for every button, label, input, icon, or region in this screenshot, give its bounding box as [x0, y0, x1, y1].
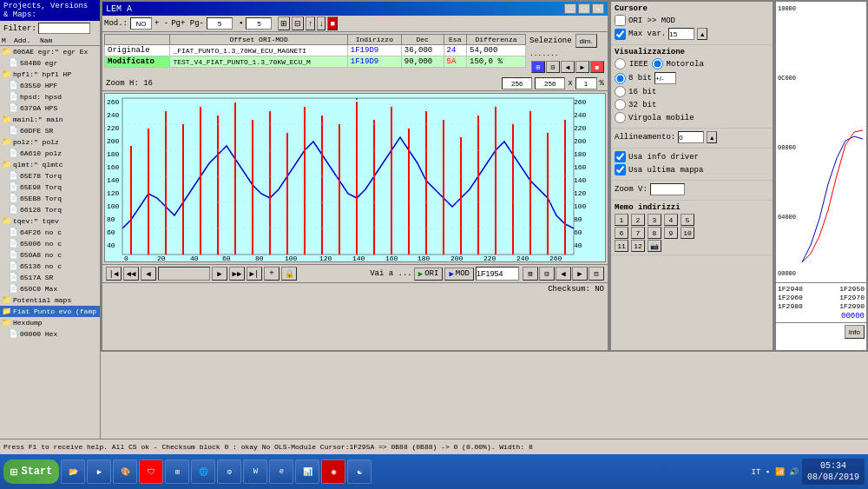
- memo-btn-12[interactable]: 12: [631, 240, 645, 252]
- scroll-thumb[interactable]: [158, 267, 210, 281]
- tb-icon-3[interactable]: ↑: [306, 17, 315, 30]
- list-item[interactable]: 📁polz:" polz: [0, 136, 100, 148]
- memo-btn-7[interactable]: 7: [631, 227, 645, 239]
- dim-button[interactable]: dim.: [575, 34, 597, 48]
- list-item[interactable]: 📄66128 Torq: [0, 204, 100, 215]
- list-item[interactable]: 📁hpfl:" hpfl HP: [0, 69, 100, 80]
- virgola-radio[interactable]: [615, 112, 626, 123]
- memo-btn-8[interactable]: 8: [648, 227, 661, 239]
- bit16-radio[interactable]: [615, 86, 626, 97]
- max-var-input[interactable]: [668, 28, 694, 40]
- zoom-v-input[interactable]: [650, 183, 685, 195]
- ieee-radio[interactable]: [615, 58, 626, 69]
- taskbar-btn-app11[interactable]: ◉: [321, 459, 345, 484]
- memo-btn-11[interactable]: 11: [615, 240, 628, 252]
- tb-icon-5[interactable]: ■: [327, 17, 337, 30]
- list-item[interactable]: 📁Potential maps: [0, 294, 100, 306]
- list-item[interactable]: 📄650A8 no c: [0, 249, 100, 261]
- list-item[interactable]: 📄650C0 Max: [0, 283, 100, 294]
- bit8-radio[interactable]: [615, 73, 626, 84]
- memo-btn-5[interactable]: 5: [681, 214, 694, 226]
- taskbar-btn-antivirus[interactable]: 🛡: [139, 459, 163, 484]
- list-item[interactable]: 📁606AE egr:" egr Ex: [0, 46, 100, 57]
- filter-input[interactable]: [38, 23, 90, 34]
- maximize-button[interactable]: □: [578, 3, 590, 14]
- list-item[interactable]: 📄65136 no c: [0, 261, 100, 272]
- list-item[interactable]: 📄hpsd: hpsd: [0, 91, 100, 102]
- motorola-radio[interactable]: [652, 58, 663, 69]
- memo-btn-6[interactable]: 6: [615, 227, 628, 239]
- grid-icon-5[interactable]: ■: [590, 61, 604, 73]
- list-item[interactable]: 📄63550 HPF: [0, 80, 100, 91]
- align-up[interactable]: ▲: [707, 131, 717, 143]
- taskbar-btn-media[interactable]: ▶: [87, 459, 111, 484]
- memo-btn-3[interactable]: 3: [648, 214, 661, 226]
- taskbar-btn-folder[interactable]: 📂: [61, 459, 85, 484]
- zoom-value[interactable]: [575, 77, 597, 89]
- start-button[interactable]: ⊞ Start: [3, 459, 59, 484]
- taskbar-btn-word[interactable]: W: [243, 459, 267, 484]
- list-item[interactable]: 📄60DFE SR: [0, 125, 100, 136]
- close-button[interactable]: ×: [592, 3, 604, 14]
- nav-add[interactable]: +: [264, 267, 279, 281]
- pg-input[interactable]: [207, 17, 233, 30]
- tb-icon-1[interactable]: ⊞: [278, 17, 290, 30]
- list-item[interactable]: 📄64F26 no c: [0, 227, 100, 238]
- taskbar-btn-ie[interactable]: e: [269, 459, 293, 484]
- taskbar-btn-chrome[interactable]: 🌐: [191, 459, 215, 484]
- list-item[interactable]: 📄65E98 Torq: [0, 182, 100, 193]
- list-item[interactable]: 📄584B0 egr: [0, 57, 100, 69]
- address-input[interactable]: [476, 267, 519, 281]
- info-btn[interactable]: Info: [845, 325, 865, 339]
- list-item[interactable]: 📄6379A HPS: [0, 102, 100, 114]
- taskbar-btn-app12[interactable]: ☯: [347, 459, 372, 484]
- grid-icon-1[interactable]: ⊞: [531, 61, 545, 73]
- memo-btn-cam[interactable]: 📷: [648, 240, 661, 252]
- ori-mod-checkbox[interactable]: [615, 15, 626, 26]
- list-item[interactable]: 📁mainl:" main: [0, 114, 100, 125]
- chart-container[interactable]: 260 240 220 200 180 160 140 120 100 80 6…: [104, 93, 606, 262]
- mod-input[interactable]: [130, 17, 152, 30]
- nb4[interactable]: ▶: [572, 267, 588, 281]
- memo-btn-1[interactable]: 1: [615, 214, 628, 226]
- list-item[interactable]: 📄00000 Hex: [0, 328, 100, 340]
- list-item[interactable]: 📁tqev:" tqev: [0, 215, 100, 227]
- nb3[interactable]: ◀: [556, 267, 571, 281]
- max-var-checkbox[interactable]: [615, 29, 626, 40]
- bit32-radio[interactable]: [615, 99, 626, 110]
- grid-icon-3[interactable]: ◀: [561, 61, 575, 73]
- taskbar-btn-app10[interactable]: 📊: [295, 459, 319, 484]
- nav-prev-page[interactable]: ◀◀: [123, 267, 139, 281]
- list-item[interactable]: 📄65006 no c: [0, 238, 100, 249]
- usa-ultima-checkbox[interactable]: [615, 164, 626, 175]
- taskbar-btn-paint[interactable]: 🎨: [113, 459, 137, 484]
- memo-btn-4[interactable]: 4: [664, 214, 678, 226]
- list-item[interactable]: 📄6A610 polz: [0, 148, 100, 159]
- list-item[interactable]: 📄65E78 Torq: [0, 170, 100, 182]
- grid-icon-4[interactable]: ▶: [575, 61, 589, 73]
- list-item[interactable]: 📁qlmt:" qlmtc: [0, 159, 100, 170]
- nav-last[interactable]: ▶|: [247, 267, 262, 281]
- usa-info-checkbox[interactable]: [615, 151, 626, 162]
- zoom-input-2[interactable]: [535, 77, 565, 89]
- value-input[interactable]: [246, 17, 272, 30]
- nav-prev[interactable]: ◀: [141, 267, 156, 281]
- grid-icon-2[interactable]: ⊟: [546, 61, 560, 73]
- memo-btn-9[interactable]: 9: [664, 227, 678, 239]
- align-input[interactable]: [678, 131, 704, 143]
- memo-btn-2[interactable]: 2: [631, 214, 645, 226]
- nb1[interactable]: ⊞: [523, 267, 538, 281]
- bit8-pm-input[interactable]: [654, 72, 676, 84]
- list-item-fiat[interactable]: 📁Fiat Punto evo (famp: [0, 306, 100, 317]
- nav-first[interactable]: |◀: [106, 267, 122, 281]
- nav-next-page[interactable]: ▶▶: [229, 267, 245, 281]
- zoom-input-1[interactable]: [502, 77, 532, 89]
- list-item[interactable]: 📁Hexdump: [0, 317, 100, 328]
- memo-btn-10[interactable]: 10: [681, 227, 694, 239]
- minimize-button[interactable]: _: [564, 3, 576, 14]
- mod-btn[interactable]: ▶ MOD: [444, 268, 474, 281]
- nb2[interactable]: ⊟: [539, 267, 555, 281]
- nb5[interactable]: ⊡: [589, 267, 604, 281]
- ori-btn[interactable]: ▶ ORI: [414, 268, 444, 281]
- list-item[interactable]: 📄6517A SR: [0, 272, 100, 283]
